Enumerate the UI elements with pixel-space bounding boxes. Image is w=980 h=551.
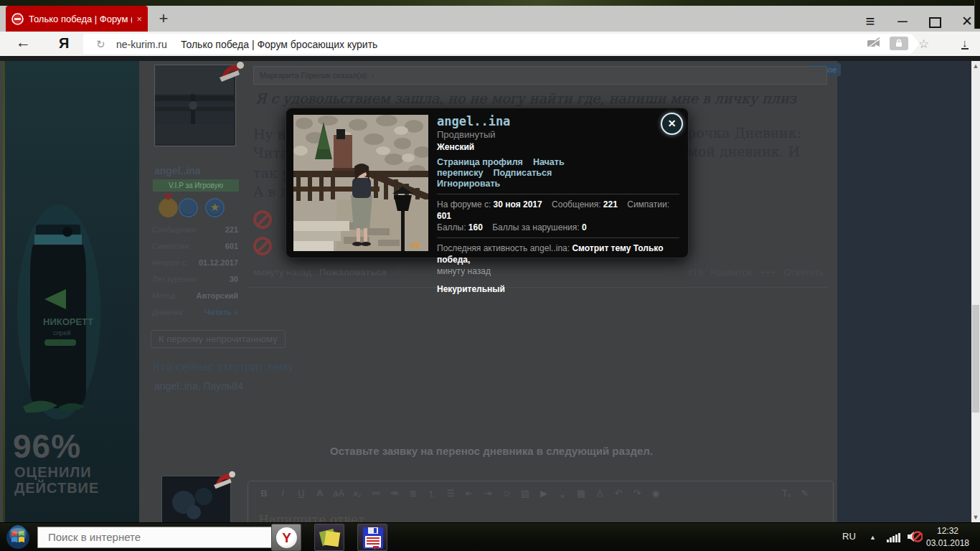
bookmark-post-icon[interactable]: ☆ — [395, 267, 403, 278]
image-icon[interactable]: ▧ — [519, 488, 531, 501]
mention-icon[interactable]: ♙ — [594, 488, 606, 501]
insert-link-icon[interactable]: ⚯ — [370, 488, 382, 501]
source-mode-icon[interactable]: ✎ — [801, 488, 809, 499]
taskbar-floppy-app-button[interactable]: БЧ — [357, 524, 387, 551]
like-link[interactable]: Нравится — [711, 267, 752, 278]
post-text-fragment: мой дневник. И — [687, 143, 800, 159]
tray-date: 03.01.2018 — [925, 537, 970, 550]
diary-read-link[interactable]: Читать » — [204, 308, 238, 316]
clock[interactable]: 12:32 03.01.2018 — [925, 525, 970, 550]
system-tray: RU ▲ 12:32 03.01.2018 — [832, 523, 974, 551]
member-card-body: angel..ina Продвинутый Женский Страница … — [437, 114, 679, 294]
ad-banner-nicorette[interactable]: НИКОРЕТТ спрей 96% ОЦЕНИЛИ ДЕЙСТВИЕ — [3, 61, 139, 522]
bookmark-star-icon[interactable]: ☆ — [918, 37, 929, 52]
quote-link[interactable]: +++ — [760, 267, 776, 278]
post-number[interactable]: #19 — [687, 267, 703, 278]
photo-icon[interactable]: ◉ — [650, 488, 661, 501]
reply-link[interactable]: Ответить — [783, 267, 824, 278]
member-card-popup: 09 ✕ angel..ina Продвинутый Женский Стра… — [286, 108, 689, 258]
search-placeholder: Поиск в интернете — [48, 531, 141, 543]
url-text[interactable]: ne-kurim.ru — [116, 39, 167, 50]
follow-link[interactable]: Подписаться — [493, 168, 552, 178]
stat-value: 30 — [230, 275, 238, 283]
ad-line1: ОЦЕНИЛИ — [14, 464, 92, 481]
ignore-link[interactable]: Игнорировать — [437, 179, 500, 189]
redo-icon[interactable]: ↷ — [631, 488, 643, 501]
runner-badge-icon[interactable] — [179, 198, 198, 217]
post-text-fragment: так у — [253, 165, 290, 181]
table-icon[interactable]: ▦ — [575, 488, 587, 501]
post-time[interactable]: минуту назад — [253, 267, 311, 278]
post-text-fragment: рочка Дневник: — [687, 125, 801, 141]
indent-icon[interactable]: ⇥ — [482, 488, 494, 501]
quote-icon[interactable]: „ — [557, 488, 568, 501]
stat-label: Лет курения: — [152, 275, 199, 283]
taskbar-search-input[interactable]: Поиск в интернете — [37, 527, 280, 548]
show-desktop-button[interactable] — [974, 0, 980, 29]
stat-row: Симпатии:601 — [152, 242, 238, 254]
vip-badge: V.I.P за Игровую — [153, 179, 239, 192]
editor-toolbar-right: Tₓ ✎ — [782, 488, 809, 499]
page-scrollbar[interactable]: ▲ ▼ — [971, 61, 980, 522]
quote-header-box[interactable]: Маргарита Горелик сказал(а): ↑ — [253, 66, 827, 85]
stat-label: Сообщения: — [152, 225, 197, 234]
tab-close-icon[interactable]: × — [136, 14, 142, 24]
media-icon[interactable]: ▶ — [538, 488, 550, 501]
floppy-label: БЧ — [373, 546, 379, 547]
stat-row: Метод:Авторский — [152, 291, 238, 303]
alignment-icon[interactable]: ≣ — [407, 488, 419, 501]
report-link[interactable]: Пожаловаться — [319, 267, 387, 278]
start-button[interactable] — [5, 524, 31, 550]
info-value: 30 ноя 2017 — [494, 199, 542, 209]
post-footer-left: минуту назад Пожаловаться ☆ — [253, 267, 402, 278]
language-indicator[interactable]: RU — [842, 531, 856, 542]
scroll-down-icon[interactable]: ▼ — [971, 512, 980, 522]
hidden-icons-arrow-icon[interactable]: ▲ — [870, 534, 876, 541]
star-badge-icon[interactable]: ★ — [205, 198, 225, 217]
refresh-icon[interactable]: ↻ — [96, 38, 105, 51]
camera-off-icon[interactable] — [867, 37, 881, 49]
scroll-up-icon[interactable]: ▲ — [971, 61, 980, 71]
unordered-list-icon[interactable]: ☰ — [445, 488, 456, 501]
reply-placeholder[interactable]: Напишите ответ... — [258, 512, 377, 522]
download-icon[interactable]: ↓ — [961, 37, 969, 50]
speaker-muted-icon[interactable] — [907, 530, 923, 543]
outdent-icon[interactable]: ⇤ — [463, 488, 475, 501]
stat-label: Метод: — [152, 291, 177, 300]
browser-menu-icon[interactable]: ≡ — [859, 14, 881, 29]
remove-format-icon[interactable]: x₂ — [352, 488, 363, 501]
taskbar-sticky-notes-button[interactable] — [314, 524, 344, 551]
smilies-icon[interactable]: ☺ — [501, 488, 512, 501]
quote-attribution[interactable]: Маргарита Горелик сказал(а): ↑ — [260, 67, 375, 84]
browser-tab[interactable]: Только победа | Форум ( × — [6, 6, 148, 32]
remove-formatting-icon[interactable]: Tₓ — [782, 488, 791, 499]
minimize-button[interactable]: ─ — [892, 14, 913, 29]
protect-lock-icon[interactable] — [890, 37, 908, 50]
profile-page-link[interactable]: Страница профиля — [437, 157, 523, 167]
text-color-icon[interactable]: A — [314, 488, 326, 501]
taskbar-yandex-browser-button[interactable]: Y — [271, 524, 301, 551]
back-button[interactable]: ← — [16, 34, 31, 51]
svg-text:спрей: спрей — [53, 329, 70, 336]
italic-icon[interactable]: I — [277, 488, 288, 501]
watchers-names[interactable]: angel..ina, Пауль84 — [154, 380, 243, 392]
post-author-avatar[interactable] — [154, 65, 236, 146]
undo-icon[interactable]: ↶ — [613, 488, 624, 501]
font-size-icon[interactable]: aA — [333, 488, 344, 501]
member-rank: Продвинутый — [437, 129, 679, 140]
reply-avatar — [161, 476, 231, 522]
unlink-icon[interactable]: ⚮ — [389, 488, 400, 501]
bold-icon[interactable]: B — [258, 488, 270, 501]
medal-badge-icon[interactable] — [159, 198, 178, 217]
scrollbar-thumb[interactable] — [972, 305, 979, 413]
maximize-button[interactable] — [924, 14, 946, 32]
new-tab-button[interactable]: + — [154, 9, 174, 29]
first-unread-button[interactable]: К первому непрочитанному — [151, 330, 286, 348]
post-author-name[interactable]: angel..ina — [154, 165, 201, 176]
member-photo[interactable]: 09 — [293, 115, 428, 251]
underline-icon[interactable]: U — [296, 488, 307, 501]
network-signal-icon[interactable] — [887, 533, 900, 542]
ordered-list-icon[interactable]: ⒈ — [426, 488, 438, 501]
yandex-logo[interactable]: Я — [59, 35, 69, 52]
photo-date-stamp: 09 — [411, 241, 420, 250]
